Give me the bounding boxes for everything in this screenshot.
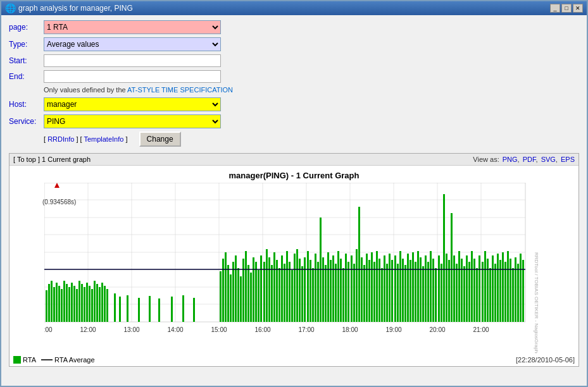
host-row: Host: manager [9, 97, 579, 111]
svg-rect-123 [335, 264, 337, 322]
svg-rect-80 [225, 252, 227, 322]
svg-rect-148 [399, 251, 401, 322]
svg-rect-105 [289, 262, 291, 322]
svg-rect-116 [317, 262, 319, 322]
svg-rect-144 [389, 254, 391, 322]
at-style-link[interactable]: AT-STYLE TIME SPECIFICATION [127, 86, 233, 94]
at-note: Only values defined by the AT-STYLE TIME… [44, 86, 579, 94]
svg-rect-77 [193, 298, 195, 322]
host-label: Host: [9, 100, 44, 109]
graph-header-right: View as: PNG, PDF, SVG, EPS [473, 156, 575, 163]
svg-text:21:00: 21:00 [473, 326, 489, 333]
graph-title: manager(PING) - 1 Current Graph [9, 166, 579, 183]
svg-rect-50 [61, 289, 63, 322]
svg-rect-175 [468, 262, 470, 322]
svg-rect-162 [435, 268, 437, 322]
svg-rect-65 [99, 287, 101, 322]
svg-rect-110 [301, 266, 303, 322]
close-button[interactable]: ✕ [573, 4, 583, 13]
svg-rect-185 [494, 264, 496, 322]
svg-text:20:00: 20:00 [429, 326, 445, 333]
svg-rect-68 [106, 289, 108, 322]
svg-rect-98 [271, 265, 273, 322]
svg-text:12:00: 12:00 [80, 326, 96, 333]
view-png-link[interactable]: PNG [503, 156, 518, 163]
service-select[interactable]: PING [44, 114, 221, 128]
svg-rect-111 [304, 257, 306, 322]
svg-rect-156 [420, 257, 422, 322]
svg-rect-63 [94, 281, 96, 322]
svg-rect-143 [386, 264, 388, 322]
svg-rect-94 [260, 255, 262, 322]
type-select[interactable]: Average values [44, 37, 221, 51]
main-window: 🌐 graph analysis for manager, PING _ □ ✕… [0, 0, 588, 387]
svg-rect-128 [347, 262, 349, 322]
svg-rect-99 [273, 252, 275, 322]
start-input[interactable] [44, 54, 221, 67]
svg-rect-51 [63, 281, 65, 322]
templateinfo-link[interactable]: TemplateInfo [84, 135, 123, 143]
graph-header-left: [ To top ] 1 Current graph [13, 156, 91, 163]
svg-rect-179 [479, 255, 480, 322]
svg-rect-84 [235, 255, 237, 322]
titlebar: 🌐 graph analysis for manager, PING _ □ ✕ [1, 1, 587, 15]
svg-rect-168 [451, 213, 453, 322]
svg-rect-142 [384, 255, 385, 322]
svg-rect-160 [430, 251, 432, 322]
svg-rect-189 [504, 262, 506, 322]
svg-rect-48 [56, 283, 58, 322]
rrdinfo-link[interactable]: RRDInfo [47, 135, 74, 143]
minimize-button[interactable]: _ [550, 4, 560, 13]
svg-rect-86 [240, 276, 242, 322]
svg-rect-138 [373, 262, 375, 322]
svg-rect-120 [327, 252, 329, 322]
svg-text:19:00: 19:00 [385, 326, 401, 333]
svg-rect-83 [232, 262, 234, 322]
view-eps-link[interactable]: EPS [561, 156, 575, 163]
start-label: Start: [9, 56, 44, 65]
titlebar-controls: _ □ ✕ [550, 4, 583, 13]
svg-rect-72 [138, 298, 140, 322]
svg-rect-61 [89, 286, 91, 322]
svg-text:14:00: 14:00 [167, 326, 183, 333]
svg-rect-127 [345, 254, 347, 322]
svg-rect-193 [515, 257, 516, 322]
svg-rect-85 [237, 268, 239, 322]
svg-rect-74 [158, 298, 160, 322]
svg-rect-134 [363, 265, 365, 322]
svg-rect-151 [407, 254, 409, 322]
svg-rect-108 [296, 249, 298, 322]
svg-rect-135 [366, 254, 368, 322]
svg-rect-155 [417, 251, 419, 322]
svg-rect-133 [361, 257, 363, 322]
svg-rect-103 [284, 264, 285, 322]
svg-rect-93 [258, 270, 260, 322]
change-button[interactable]: Change [139, 132, 181, 147]
page-row: page: 1 RTA [9, 20, 579, 34]
maximize-button[interactable]: □ [561, 4, 572, 13]
svg-rect-165 [443, 194, 445, 322]
svg-rect-192 [512, 268, 514, 322]
host-select[interactable]: manager [44, 97, 221, 111]
svg-rect-157 [422, 266, 424, 322]
svg-rect-78 [220, 271, 222, 322]
svg-rect-177 [473, 259, 475, 322]
svg-rect-55 [73, 286, 75, 322]
end-input[interactable] [44, 70, 221, 83]
svg-rect-70 [119, 297, 121, 322]
svg-rect-109 [299, 259, 301, 322]
svg-rect-46 [51, 281, 53, 322]
svg-rect-181 [484, 251, 486, 322]
svg-rect-69 [114, 293, 116, 322]
svg-rect-114 [312, 268, 314, 322]
svg-rect-169 [453, 255, 455, 322]
legend: RTA RTA Average [13, 356, 95, 364]
svg-rect-97 [268, 257, 270, 322]
page-label: page: [9, 23, 44, 32]
view-pdf-link[interactable]: PDF [523, 156, 536, 163]
svg-rect-102 [281, 255, 283, 322]
page-select[interactable]: 1 RTA [44, 20, 221, 34]
svg-rect-107 [294, 254, 296, 322]
svg-text:RRDTool / TOBIAS OETIKER - Nag: RRDTool / TOBIAS OETIKER - NagiosGrapher… [534, 252, 539, 353]
view-svg-link[interactable]: SVG [541, 156, 556, 163]
